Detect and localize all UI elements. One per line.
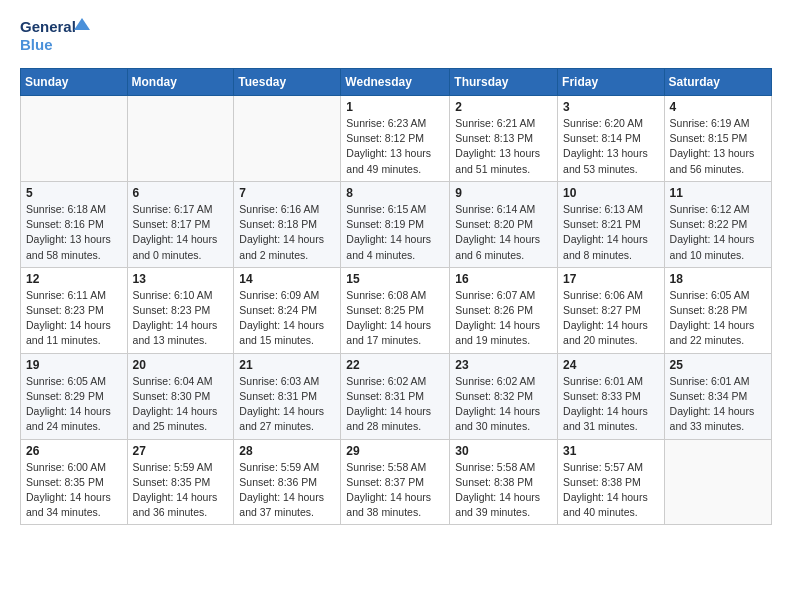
- day-info: Sunrise: 6:18 AM Sunset: 8:16 PM Dayligh…: [26, 202, 122, 263]
- day-info: Sunrise: 6:05 AM Sunset: 8:28 PM Dayligh…: [670, 288, 766, 349]
- day-info: Sunrise: 6:21 AM Sunset: 8:13 PM Dayligh…: [455, 116, 552, 177]
- day-info: Sunrise: 5:58 AM Sunset: 8:38 PM Dayligh…: [455, 460, 552, 521]
- day-number: 19: [26, 358, 122, 372]
- day-number: 28: [239, 444, 335, 458]
- day-number: 24: [563, 358, 659, 372]
- day-info: Sunrise: 6:00 AM Sunset: 8:35 PM Dayligh…: [26, 460, 122, 521]
- calendar-cell: 25Sunrise: 6:01 AM Sunset: 8:34 PM Dayli…: [664, 353, 771, 439]
- day-number: 25: [670, 358, 766, 372]
- calendar-cell: 24Sunrise: 6:01 AM Sunset: 8:33 PM Dayli…: [558, 353, 665, 439]
- calendar-cell: 5Sunrise: 6:18 AM Sunset: 8:16 PM Daylig…: [21, 181, 128, 267]
- calendar-cell: 29Sunrise: 5:58 AM Sunset: 8:37 PM Dayli…: [341, 439, 450, 525]
- calendar-cell: 18Sunrise: 6:05 AM Sunset: 8:28 PM Dayli…: [664, 267, 771, 353]
- day-number: 26: [26, 444, 122, 458]
- day-info: Sunrise: 6:10 AM Sunset: 8:23 PM Dayligh…: [133, 288, 229, 349]
- calendar-cell: 17Sunrise: 6:06 AM Sunset: 8:27 PM Dayli…: [558, 267, 665, 353]
- calendar-cell: 19Sunrise: 6:05 AM Sunset: 8:29 PM Dayli…: [21, 353, 128, 439]
- calendar-week-3: 12Sunrise: 6:11 AM Sunset: 8:23 PM Dayli…: [21, 267, 772, 353]
- day-number: 2: [455, 100, 552, 114]
- day-info: Sunrise: 6:16 AM Sunset: 8:18 PM Dayligh…: [239, 202, 335, 263]
- calendar-cell: 10Sunrise: 6:13 AM Sunset: 8:21 PM Dayli…: [558, 181, 665, 267]
- day-number: 29: [346, 444, 444, 458]
- calendar-week-2: 5Sunrise: 6:18 AM Sunset: 8:16 PM Daylig…: [21, 181, 772, 267]
- day-number: 9: [455, 186, 552, 200]
- day-number: 5: [26, 186, 122, 200]
- day-info: Sunrise: 6:13 AM Sunset: 8:21 PM Dayligh…: [563, 202, 659, 263]
- day-number: 15: [346, 272, 444, 286]
- calendar-cell: 21Sunrise: 6:03 AM Sunset: 8:31 PM Dayli…: [234, 353, 341, 439]
- day-info: Sunrise: 6:20 AM Sunset: 8:14 PM Dayligh…: [563, 116, 659, 177]
- day-info: Sunrise: 6:08 AM Sunset: 8:25 PM Dayligh…: [346, 288, 444, 349]
- calendar-cell: 13Sunrise: 6:10 AM Sunset: 8:23 PM Dayli…: [127, 267, 234, 353]
- header-day-saturday: Saturday: [664, 69, 771, 96]
- day-number: 3: [563, 100, 659, 114]
- day-number: 18: [670, 272, 766, 286]
- day-number: 7: [239, 186, 335, 200]
- day-number: 11: [670, 186, 766, 200]
- calendar-cell: 9Sunrise: 6:14 AM Sunset: 8:20 PM Daylig…: [450, 181, 558, 267]
- calendar-cell: [234, 96, 341, 182]
- day-info: Sunrise: 6:02 AM Sunset: 8:31 PM Dayligh…: [346, 374, 444, 435]
- day-number: 10: [563, 186, 659, 200]
- calendar-cell: 6Sunrise: 6:17 AM Sunset: 8:17 PM Daylig…: [127, 181, 234, 267]
- header: General Blue: [20, 16, 772, 58]
- day-info: Sunrise: 5:59 AM Sunset: 8:36 PM Dayligh…: [239, 460, 335, 521]
- svg-marker-2: [74, 18, 90, 30]
- day-info: Sunrise: 5:59 AM Sunset: 8:35 PM Dayligh…: [133, 460, 229, 521]
- day-info: Sunrise: 6:12 AM Sunset: 8:22 PM Dayligh…: [670, 202, 766, 263]
- calendar-cell: 28Sunrise: 5:59 AM Sunset: 8:36 PM Dayli…: [234, 439, 341, 525]
- day-info: Sunrise: 6:17 AM Sunset: 8:17 PM Dayligh…: [133, 202, 229, 263]
- day-info: Sunrise: 6:01 AM Sunset: 8:33 PM Dayligh…: [563, 374, 659, 435]
- day-info: Sunrise: 6:23 AM Sunset: 8:12 PM Dayligh…: [346, 116, 444, 177]
- day-number: 1: [346, 100, 444, 114]
- svg-text:General: General: [20, 18, 76, 35]
- day-info: Sunrise: 6:02 AM Sunset: 8:32 PM Dayligh…: [455, 374, 552, 435]
- svg-text:Blue: Blue: [20, 36, 53, 53]
- day-number: 20: [133, 358, 229, 372]
- calendar-cell: 3Sunrise: 6:20 AM Sunset: 8:14 PM Daylig…: [558, 96, 665, 182]
- day-number: 13: [133, 272, 229, 286]
- calendar-cell: 2Sunrise: 6:21 AM Sunset: 8:13 PM Daylig…: [450, 96, 558, 182]
- calendar-cell: 26Sunrise: 6:00 AM Sunset: 8:35 PM Dayli…: [21, 439, 128, 525]
- day-info: Sunrise: 6:09 AM Sunset: 8:24 PM Dayligh…: [239, 288, 335, 349]
- calendar-cell: 23Sunrise: 6:02 AM Sunset: 8:32 PM Dayli…: [450, 353, 558, 439]
- calendar-cell: 22Sunrise: 6:02 AM Sunset: 8:31 PM Dayli…: [341, 353, 450, 439]
- day-number: 27: [133, 444, 229, 458]
- day-number: 21: [239, 358, 335, 372]
- day-number: 8: [346, 186, 444, 200]
- day-number: 30: [455, 444, 552, 458]
- header-day-wednesday: Wednesday: [341, 69, 450, 96]
- header-day-tuesday: Tuesday: [234, 69, 341, 96]
- day-info: Sunrise: 6:14 AM Sunset: 8:20 PM Dayligh…: [455, 202, 552, 263]
- calendar-cell: 1Sunrise: 6:23 AM Sunset: 8:12 PM Daylig…: [341, 96, 450, 182]
- page: General Blue SundayMondayTuesdayWednesda…: [0, 0, 792, 612]
- calendar-cell: 7Sunrise: 6:16 AM Sunset: 8:18 PM Daylig…: [234, 181, 341, 267]
- logo: General Blue: [20, 16, 90, 58]
- day-info: Sunrise: 6:05 AM Sunset: 8:29 PM Dayligh…: [26, 374, 122, 435]
- day-number: 12: [26, 272, 122, 286]
- calendar-cell: 27Sunrise: 5:59 AM Sunset: 8:35 PM Dayli…: [127, 439, 234, 525]
- day-number: 17: [563, 272, 659, 286]
- day-number: 6: [133, 186, 229, 200]
- calendar-cell: 8Sunrise: 6:15 AM Sunset: 8:19 PM Daylig…: [341, 181, 450, 267]
- calendar-table: SundayMondayTuesdayWednesdayThursdayFrid…: [20, 68, 772, 525]
- header-day-sunday: Sunday: [21, 69, 128, 96]
- day-number: 4: [670, 100, 766, 114]
- calendar-cell: 14Sunrise: 6:09 AM Sunset: 8:24 PM Dayli…: [234, 267, 341, 353]
- calendar-cell: [21, 96, 128, 182]
- day-number: 23: [455, 358, 552, 372]
- day-info: Sunrise: 6:04 AM Sunset: 8:30 PM Dayligh…: [133, 374, 229, 435]
- day-info: Sunrise: 6:06 AM Sunset: 8:27 PM Dayligh…: [563, 288, 659, 349]
- day-number: 31: [563, 444, 659, 458]
- day-number: 22: [346, 358, 444, 372]
- day-number: 16: [455, 272, 552, 286]
- calendar-cell: 12Sunrise: 6:11 AM Sunset: 8:23 PM Dayli…: [21, 267, 128, 353]
- calendar-cell: 30Sunrise: 5:58 AM Sunset: 8:38 PM Dayli…: [450, 439, 558, 525]
- day-info: Sunrise: 6:11 AM Sunset: 8:23 PM Dayligh…: [26, 288, 122, 349]
- calendar-cell: 11Sunrise: 6:12 AM Sunset: 8:22 PM Dayli…: [664, 181, 771, 267]
- day-number: 14: [239, 272, 335, 286]
- header-day-monday: Monday: [127, 69, 234, 96]
- calendar-cell: 31Sunrise: 5:57 AM Sunset: 8:38 PM Dayli…: [558, 439, 665, 525]
- day-info: Sunrise: 6:01 AM Sunset: 8:34 PM Dayligh…: [670, 374, 766, 435]
- calendar-cell: 4Sunrise: 6:19 AM Sunset: 8:15 PM Daylig…: [664, 96, 771, 182]
